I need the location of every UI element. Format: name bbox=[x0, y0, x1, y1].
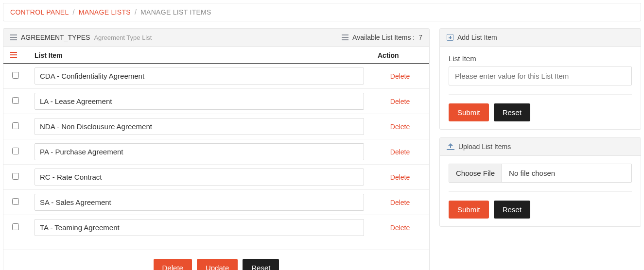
row-checkbox[interactable] bbox=[12, 148, 19, 154]
list-item-input[interactable] bbox=[35, 219, 364, 236]
breadcrumb-separator: / bbox=[135, 8, 137, 16]
list-item-input[interactable] bbox=[35, 68, 364, 84]
row-delete-link[interactable]: Delete bbox=[390, 199, 410, 206]
upload-reset-button[interactable]: Reset bbox=[494, 201, 530, 219]
breadcrumb-separator: / bbox=[73, 8, 75, 16]
table-row: Delete bbox=[3, 114, 429, 139]
col-item-header: List Item bbox=[28, 47, 371, 64]
breadcrumb-container: CONTROL PANEL/MANAGE LISTS/MANAGE LIST I… bbox=[3, 3, 641, 21]
table-row: Delete bbox=[3, 190, 429, 215]
reset-button[interactable]: Reset bbox=[243, 259, 279, 270]
file-chosen-label: No file chosen bbox=[502, 164, 631, 182]
list-item-input[interactable] bbox=[35, 143, 364, 160]
row-checkbox[interactable] bbox=[12, 122, 19, 129]
table-row: Delete bbox=[3, 64, 429, 89]
row-delete-link[interactable]: Delete bbox=[390, 98, 410, 105]
row-delete-link[interactable]: Delete bbox=[390, 173, 410, 181]
row-delete-link[interactable]: Delete bbox=[390, 72, 410, 80]
row-checkbox[interactable] bbox=[12, 198, 19, 205]
file-chooser[interactable]: Choose File No file chosen bbox=[449, 164, 632, 183]
table-row: Delete bbox=[3, 139, 429, 165]
list-description: Agreement Type List bbox=[94, 34, 152, 41]
row-checkbox[interactable] bbox=[12, 72, 19, 79]
table-row: Delete bbox=[3, 215, 429, 240]
breadcrumb-link[interactable]: CONTROL PANEL bbox=[10, 8, 69, 16]
upload-panel-header: Upload List Items bbox=[440, 138, 641, 156]
add-panel-header: Add List Item bbox=[440, 29, 641, 47]
list-icon bbox=[10, 34, 17, 40]
row-delete-link[interactable]: Delete bbox=[390, 148, 410, 156]
row-checkbox[interactable] bbox=[12, 223, 19, 230]
add-field-label: List Item bbox=[449, 54, 632, 63]
list-name: AGREEMENT_TYPES bbox=[21, 34, 90, 41]
add-list-item-input[interactable] bbox=[449, 67, 632, 85]
menu-icon[interactable] bbox=[10, 52, 17, 58]
available-label: Available List Items : bbox=[352, 34, 415, 41]
breadcrumb: CONTROL PANEL/MANAGE LISTS/MANAGE LIST I… bbox=[10, 8, 634, 16]
breadcrumb-current: MANAGE LIST ITEMS bbox=[140, 8, 211, 16]
col-check-header bbox=[3, 47, 28, 64]
list-panel-header: AGREEMENT_TYPES Agreement Type List Avai… bbox=[3, 29, 429, 47]
table-row: Delete bbox=[3, 165, 429, 190]
list-items-panel: AGREEMENT_TYPES Agreement Type List Avai… bbox=[3, 28, 430, 270]
add-panel-title: Add List Item bbox=[457, 34, 497, 41]
list-item-input[interactable] bbox=[35, 169, 364, 186]
add-reset-button[interactable]: Reset bbox=[494, 103, 530, 121]
add-submit-button[interactable]: Submit bbox=[449, 103, 489, 121]
list-item-input[interactable] bbox=[35, 93, 364, 110]
list-footer-actions: Delete Update Reset bbox=[3, 250, 429, 270]
update-button[interactable]: Update bbox=[197, 259, 238, 270]
list-item-input[interactable] bbox=[35, 118, 364, 135]
add-list-item-panel: Add List Item List Item Submit Reset bbox=[439, 28, 641, 130]
delete-button[interactable]: Delete bbox=[154, 259, 192, 270]
breadcrumb-link[interactable]: MANAGE LISTS bbox=[79, 8, 131, 16]
upload-list-items-panel: Upload List Items Choose File No file ch… bbox=[439, 137, 641, 227]
list-items-table: List Item Action DeleteDeleteDeleteDelet… bbox=[3, 47, 429, 240]
row-checkbox[interactable] bbox=[12, 97, 19, 104]
row-delete-link[interactable]: Delete bbox=[390, 224, 410, 232]
available-count: 7 bbox=[418, 34, 422, 41]
plus-icon bbox=[447, 34, 453, 41]
list-item-input[interactable] bbox=[35, 194, 364, 211]
upload-panel-title: Upload List Items bbox=[458, 143, 511, 151]
table-row: Delete bbox=[3, 89, 429, 114]
upload-submit-button[interactable]: Submit bbox=[449, 201, 489, 219]
col-action-header: Action bbox=[371, 47, 429, 64]
row-delete-link[interactable]: Delete bbox=[390, 123, 410, 131]
upload-icon bbox=[447, 143, 454, 150]
row-checkbox[interactable] bbox=[12, 173, 19, 180]
choose-file-button[interactable]: Choose File bbox=[449, 164, 502, 182]
count-icon bbox=[342, 34, 348, 40]
